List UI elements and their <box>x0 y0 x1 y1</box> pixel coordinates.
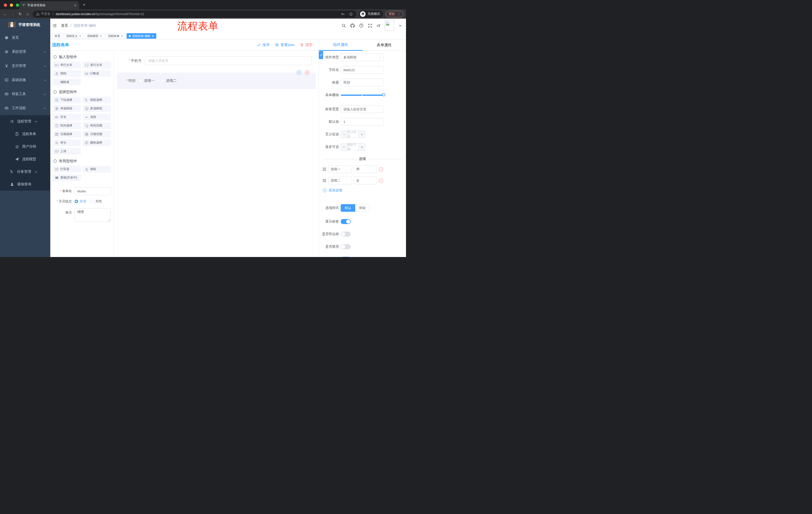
slider-track[interactable] <box>341 94 385 96</box>
view-json-button[interactable]: 查看json <box>275 43 294 47</box>
palette-item-counter[interactable]: 123计数器 <box>83 70 111 77</box>
avatar-caret-icon[interactable] <box>399 24 402 27</box>
address-bar[interactable]: 不安全 dashboard.yudao.iocoder.cn/bpm/manag… <box>33 10 356 18</box>
close-icon[interactable]: ✕ <box>100 34 102 38</box>
browser-menu-icon[interactable]: ⋮ <box>397 12 401 16</box>
gender-component-selected[interactable]: *性别 选项一 选项二 <box>117 73 316 89</box>
palette-item-single-text[interactable]: 单行文本 <box>53 62 81 69</box>
sidebar-item-devtools[interactable]: 研发工具 <box>0 87 50 101</box>
checkbox[interactable] <box>161 79 164 82</box>
font-size-icon[interactable]: TT <box>377 24 380 28</box>
sidebar-item-system[interactable]: 系统管理 <box>0 45 50 59</box>
sidebar-fold-icon[interactable] <box>53 23 57 28</box>
option1-label-input[interactable] <box>328 165 352 173</box>
tab-form-props[interactable]: 表单属性 <box>362 39 406 51</box>
palette-item-radio-group[interactable]: 单选框组 <box>53 105 81 112</box>
tab-component-props[interactable]: 组件属性 <box>319 39 362 51</box>
palette-item-button[interactable]: 按钮 <box>83 166 111 172</box>
tag-process-definition[interactable]: 流程定义✕ <box>64 33 83 39</box>
delete-component-button[interactable] <box>305 70 310 75</box>
status-radio-off[interactable]: 关闭 <box>90 199 102 204</box>
new-tab-button[interactable]: + <box>82 2 87 7</box>
design-canvas[interactable]: *手机号 *性别 选项一 <box>114 51 319 257</box>
tag-process-form[interactable]: 流程表单✕ <box>106 33 125 39</box>
browser-update-button[interactable]: 更新 ⋮ <box>386 11 404 17</box>
home-icon[interactable]: ⌂ <box>25 12 30 16</box>
palette-item-row-container[interactable]: 行容器 <box>53 166 81 172</box>
decrease-button[interactable]: − <box>341 143 347 151</box>
password-key-icon[interactable] <box>341 12 345 16</box>
max-select-value[interactable]: 最多可选 <box>347 143 358 151</box>
palette-item-table[interactable]: 表格[开发中] <box>53 174 81 181</box>
sidebar-logo[interactable]: 芋道管理系统 <box>0 19 50 31</box>
min-select-value[interactable]: 至少应选 <box>347 131 358 138</box>
sidebar-item-home[interactable]: 首页 <box>0 31 50 45</box>
help-icon[interactable] <box>359 23 364 28</box>
border-toggle[interactable] <box>341 232 351 237</box>
gender-checkbox-option2[interactable]: 选项二 <box>161 78 177 83</box>
required-toggle[interactable] <box>341 257 351 257</box>
palette-item-editor[interactable]: 编辑器 <box>53 79 81 85</box>
option2-value-input[interactable] <box>354 177 377 184</box>
label-width-input[interactable] <box>341 105 384 113</box>
palette-item-checkbox-group[interactable]: 多选框组 <box>83 105 111 112</box>
github-icon[interactable] <box>350 23 355 28</box>
drag-handle-icon[interactable] <box>322 178 327 183</box>
gender-checkbox-option1[interactable]: 选项一 <box>139 78 154 83</box>
style-button-button[interactable]: 按钮 <box>355 204 370 212</box>
remove-option-button[interactable]: − <box>379 179 383 183</box>
palette-item-time-range[interactable]: 时间范围 <box>83 122 111 129</box>
sidebar-item-infrastructure[interactable]: 基础设施 <box>0 73 50 87</box>
close-window-button[interactable] <box>4 3 7 7</box>
close-icon[interactable]: ✕ <box>152 34 154 38</box>
remove-option-button[interactable]: − <box>379 167 383 171</box>
sidebar-item-leave-query[interactable]: 请假查询 <box>0 178 50 191</box>
phone-field-row[interactable]: *手机号 <box>114 56 312 65</box>
resize-grip-icon[interactable] <box>108 219 110 221</box>
palette-item-slider[interactable]: 滑块 <box>83 114 111 120</box>
form-grid-slider[interactable] <box>341 91 385 99</box>
copy-component-button[interactable] <box>297 70 301 75</box>
browser-tab[interactable]: 芋道管理系统 ✕ <box>19 1 79 9</box>
sidebar-item-process-model[interactable]: 流程模型 <box>0 153 50 165</box>
zoom-window-button[interactable] <box>16 3 19 7</box>
sidebar-item-workflow[interactable]: 工作流程 <box>0 101 50 115</box>
reload-icon[interactable]: ↻ <box>18 12 23 16</box>
palette-item-date-range[interactable]: 日期范围 <box>83 131 111 138</box>
checkbox[interactable] <box>139 79 142 82</box>
link-tab[interactable] <box>319 51 323 59</box>
save-button[interactable]: 保存 <box>257 43 269 47</box>
increase-button[interactable]: + <box>358 131 365 138</box>
form-remark-textarea[interactable]: 嘿嘿 <box>75 208 111 222</box>
phone-input[interactable] <box>145 56 312 65</box>
sidebar-item-process-form[interactable]: 流程表单 <box>0 128 50 140</box>
tag-home[interactable]: 首页 <box>52 33 63 39</box>
status-radio-on[interactable]: 开启 <box>75 199 86 204</box>
palette-item-switch[interactable]: 开关 <box>53 114 81 120</box>
search-icon[interactable] <box>342 23 346 28</box>
option2-label-input[interactable] <box>328 177 352 184</box>
avatar[interactable] <box>385 21 394 31</box>
tag-process-form-edit[interactable]: 流程表单-编辑✕ <box>127 33 156 39</box>
palette-item-cascader[interactable]: 级联选择 <box>83 97 111 103</box>
disabled-toggle[interactable] <box>341 244 351 249</box>
show-label-toggle[interactable] <box>341 219 351 224</box>
breadcrumb-home[interactable]: 首页 <box>61 23 68 28</box>
forward-icon[interactable]: → <box>10 12 15 16</box>
default-value-input[interactable] <box>341 118 384 126</box>
sidebar-item-payment[interactable]: 支付管理 <box>0 59 50 73</box>
palette-item-password[interactable]: 密码 <box>53 70 81 77</box>
palette-item-time-picker[interactable]: 时间选择 <box>53 122 81 129</box>
tag-process-model[interactable]: 流程模型✕ <box>85 33 104 39</box>
palette-item-upload[interactable]: 上传 <box>53 148 81 155</box>
add-option-button[interactable]: + 添加选项 <box>323 188 406 193</box>
palette-item-date-picker[interactable]: 日期选择 <box>53 131 81 138</box>
component-type-select[interactable]: 多选框组 <box>341 54 384 61</box>
sidebar-item-user-group[interactable]: 用户分组 <box>0 140 50 153</box>
option1-value-input[interactable] <box>354 165 377 173</box>
slider-handle[interactable] <box>382 93 385 96</box>
sidebar-item-process-mgmt[interactable]: 流程管理 <box>0 115 50 128</box>
back-icon[interactable]: ← <box>2 12 7 16</box>
drag-handle-icon[interactable] <box>322 167 327 172</box>
form-name-input[interactable] <box>75 187 111 195</box>
